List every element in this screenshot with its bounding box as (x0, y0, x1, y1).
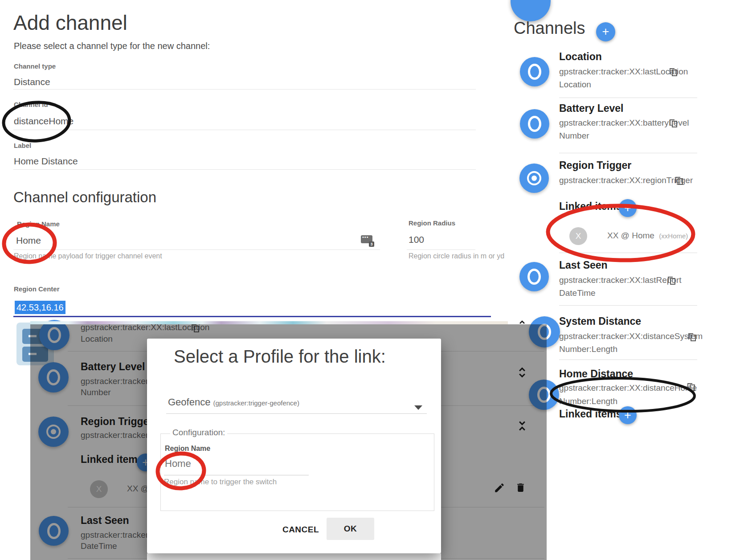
region-name-hint: Region name payload for trigger channel … (14, 252, 162, 260)
copy-icon[interactable] (675, 176, 683, 184)
profile-select-value: Geofence (168, 396, 210, 408)
channel-title: Battery Level (559, 102, 623, 114)
thing-avatar (511, 0, 551, 21)
add-linked-item-button[interactable]: + (619, 199, 637, 217)
copy-icon[interactable] (688, 332, 696, 341)
region-name-input[interactable]: Home (16, 235, 41, 246)
channel-uid: gpstracker:tracker:XX:lastReport (559, 275, 682, 285)
item-avatar: X (569, 227, 587, 245)
modal-shadow-gap (147, 553, 441, 560)
channel-uid: gpstracker:tracker:XX:lastLocation (559, 67, 688, 77)
copy-icon[interactable] (670, 119, 677, 127)
channel-title: Region Trigger (559, 159, 631, 172)
channel-uid: gpstracker:tracker:XX:regionTrigger (559, 176, 693, 185)
channel-type: Location (559, 80, 591, 90)
linked-items-header: Linked items (559, 200, 622, 213)
channel-id-input[interactable]: distanceHome (14, 116, 74, 127)
channel-title: Last Seen (559, 259, 608, 271)
form-filler-badge: 3 (369, 241, 374, 247)
divider (13, 89, 476, 90)
channel-type: Number (559, 131, 589, 141)
add-channel-page: Add channel Please select a channel type… (0, 0, 744, 560)
channel-title: Home Distance (559, 368, 633, 380)
divider (559, 153, 697, 153)
divider (559, 360, 697, 360)
channel-state-icon (519, 262, 549, 291)
page-subtitle: Please select a channel type for the new… (14, 41, 210, 51)
channel-trigger-icon (519, 164, 549, 193)
channel-state-icon (520, 57, 549, 86)
divider (13, 169, 476, 170)
focused-underline (13, 316, 491, 317)
channel-id-label: Channel id (14, 101, 48, 108)
divider (559, 253, 697, 253)
region-name-label: Region Name (165, 445, 210, 453)
channel-type: DateTime (559, 288, 596, 298)
divider (407, 249, 475, 250)
region-center-input[interactable]: 42.53,16.16 (15, 301, 65, 314)
channel-state-icon (520, 109, 549, 139)
map-sliver (30, 321, 508, 324)
linked-item-row[interactable]: XX @ Home (xxHome) (607, 231, 688, 241)
linked-items-header: Linked items (559, 408, 622, 420)
channel-config-title: Channel configuration (13, 189, 156, 206)
divider (13, 130, 476, 130)
linked-item-label: XX @ Home (607, 231, 654, 240)
channel-uid: gpstracker:tracker:XX:distanceSystem (559, 331, 703, 341)
divider (559, 98, 697, 98)
channel-type-label: Channel type (14, 62, 56, 70)
copy-icon[interactable] (668, 276, 675, 284)
dialog-title: Select a Profile for the link: (174, 347, 386, 367)
divider (559, 305, 697, 306)
label-input[interactable]: Home Distance (14, 156, 78, 167)
page-title: Add channel (13, 11, 127, 35)
copy-icon[interactable] (670, 67, 677, 76)
profile-select-uid: (gpstracker:trigger-geofence) (213, 399, 299, 407)
add-channel-button[interactable]: + (596, 22, 615, 41)
region-radius-hint: Region circle radius in m or yd (409, 252, 504, 260)
profile-select[interactable]: Geofence (gpstracker:trigger-geofence) (168, 396, 299, 408)
linked-item-name: (xxHome) (659, 232, 688, 240)
chevron-down-icon[interactable] (414, 405, 422, 410)
input-underline (164, 475, 309, 475)
region-name-label: Region Name (17, 220, 60, 228)
region-name-hint: Region name to trigger the switch (164, 478, 277, 486)
channel-type-value[interactable]: Distance (14, 77, 50, 87)
channel-type: Number:Length (559, 344, 617, 354)
region-radius-label: Region Radius (409, 219, 455, 227)
label-label: Label (14, 142, 31, 149)
add-linked-item-button[interactable]: + (619, 406, 637, 424)
select-profile-dialog: Select a Profile for the link: Geofence … (147, 339, 441, 553)
form-filler-extension-icon[interactable]: 3 (361, 235, 374, 247)
channel-title: Location (559, 51, 602, 63)
divider (13, 249, 380, 250)
region-name-input[interactable]: Home (165, 458, 191, 470)
chevron-up-icon (519, 320, 526, 324)
configuration-legend: Configuration: (170, 428, 227, 437)
region-center-label: Region Center (14, 285, 60, 293)
channel-uid: gpstracker:tracker:XX:distanceHome (559, 383, 697, 393)
region-radius-input[interactable]: 100 (409, 234, 424, 245)
copy-icon[interactable] (687, 382, 695, 391)
sidebar-title: Channels (514, 19, 585, 38)
channel-title: System Distance (559, 315, 641, 327)
cancel-button[interactable]: CANCEL (276, 519, 325, 540)
channel-type: Number:Length (559, 396, 617, 406)
divider (166, 413, 427, 414)
ok-button[interactable]: OK (327, 518, 374, 540)
